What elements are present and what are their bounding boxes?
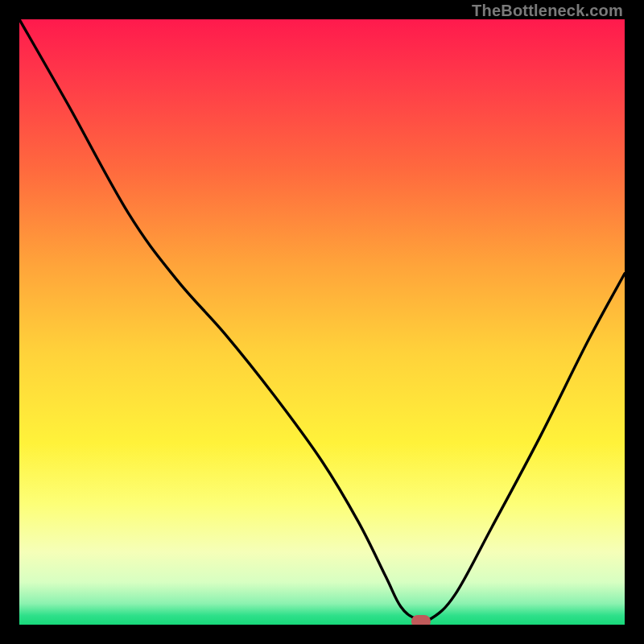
svg-rect-0 [19,19,625,625]
background-gradient [19,19,625,625]
chart-frame: TheBottleneck.com [0,0,644,644]
watermark-text: TheBottleneck.com [472,2,623,20]
plot-area [19,19,625,625]
